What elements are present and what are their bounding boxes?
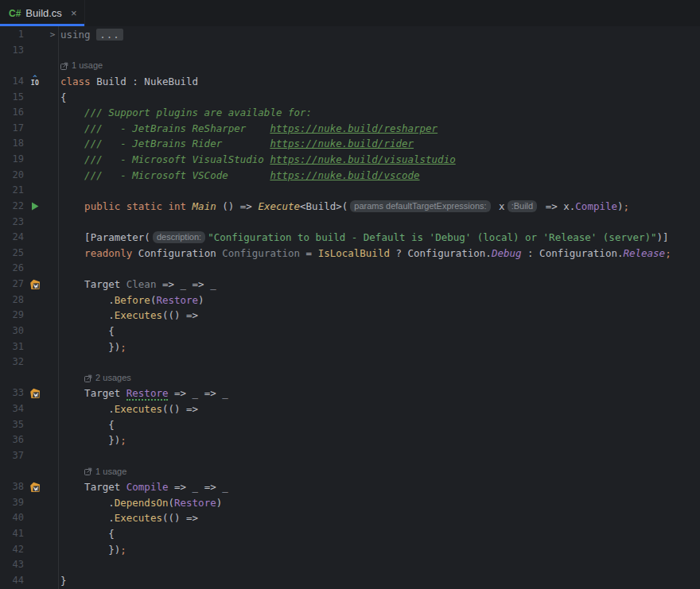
code-line[interactable]: 40 .Executes(() => bbox=[0, 510, 700, 526]
line-number[interactable]: 24 bbox=[0, 230, 24, 246]
code-line[interactable]: 26 bbox=[0, 261, 700, 277]
line-number[interactable]: 21 bbox=[0, 183, 24, 199]
io-gutter-icon[interactable]: ^IO bbox=[24, 74, 46, 90]
code-line[interactable]: 41 { bbox=[0, 526, 700, 542]
inlay-hint[interactable]: params defaultTargetExpressions: bbox=[350, 200, 490, 212]
code-line[interactable]: 15{ bbox=[0, 90, 700, 106]
code-line[interactable]: 19 /// - Microsoft VisualStudio https://… bbox=[0, 152, 700, 168]
fold-slot bbox=[46, 308, 59, 324]
code-line[interactable]: 35 { bbox=[0, 417, 700, 433]
code-line[interactable]: 31 }); bbox=[0, 339, 700, 355]
fold-slot bbox=[46, 510, 59, 526]
line-number[interactable]: 15 bbox=[0, 90, 24, 106]
code-line[interactable]: 14^IOclass Build : NukeBuild bbox=[0, 74, 700, 90]
line-number[interactable]: 31 bbox=[0, 339, 24, 355]
line-number[interactable]: 32 bbox=[0, 355, 24, 370]
code-line[interactable]: 38 Target Compile => _ => _ bbox=[0, 479, 700, 495]
code-line[interactable]: 29 .Executes(() => bbox=[0, 308, 700, 324]
play-gutter-icon[interactable] bbox=[24, 199, 46, 215]
inlay-hint[interactable]: :Build bbox=[508, 200, 538, 212]
code-token: => _ => _ bbox=[168, 481, 228, 493]
code-line[interactable]: 30 { bbox=[0, 324, 700, 339]
code-line[interactable]: 44} bbox=[0, 573, 700, 589]
nuke-gutter-icon[interactable] bbox=[24, 386, 46, 401]
code-line[interactable]: 18 /// - JetBrains Rider https://nuke.bu… bbox=[0, 136, 700, 152]
code-content: Target Clean => _ => _ bbox=[60, 277, 700, 293]
line-number[interactable]: 37 bbox=[0, 448, 24, 464]
line-number[interactable]: 44 bbox=[0, 573, 24, 589]
usage-hint[interactable]: 1 usage bbox=[84, 464, 126, 480]
line-number[interactable]: 35 bbox=[0, 417, 24, 433]
line-number[interactable]: 1 bbox=[0, 27, 24, 43]
code-line[interactable]: 16 /// Support plugins are available for… bbox=[0, 105, 700, 121]
line-number[interactable]: 14 bbox=[0, 74, 24, 90]
code-line[interactable]: 28 .Before(Restore) bbox=[0, 293, 700, 308]
line-number[interactable]: 36 bbox=[0, 432, 24, 448]
line-number[interactable]: 13 bbox=[0, 43, 24, 59]
usage-hint[interactable]: 1 usage bbox=[60, 58, 103, 74]
line-number[interactable]: 30 bbox=[0, 324, 24, 339]
nuke-gutter-icon[interactable] bbox=[24, 277, 46, 293]
url-link[interactable]: https://nuke.build/visualstudio bbox=[270, 153, 455, 165]
code-line[interactable]: 43 bbox=[0, 557, 700, 573]
code-line[interactable]: 32 bbox=[0, 355, 700, 370]
line-number[interactable]: 39 bbox=[0, 495, 24, 511]
line-number[interactable]: 17 bbox=[0, 121, 24, 137]
code-line[interactable]: 21 bbox=[0, 183, 700, 199]
code-line[interactable]: 17 /// - JetBrains ReSharper https://nuk… bbox=[0, 121, 700, 137]
code-line[interactable]: 37 bbox=[0, 448, 700, 464]
usage-hint-line[interactable]: 2 usages bbox=[0, 370, 700, 386]
line-number[interactable]: 43 bbox=[0, 557, 24, 573]
line-number[interactable]: 26 bbox=[0, 261, 24, 277]
fold-slot bbox=[46, 526, 59, 542]
code-line[interactable]: 1>using ... bbox=[0, 27, 700, 43]
line-number[interactable]: 19 bbox=[0, 152, 24, 168]
url-link[interactable]: https://nuke.build/resharper bbox=[270, 122, 438, 134]
line-number[interactable]: 20 bbox=[0, 168, 24, 184]
code-line[interactable]: 33 Target Restore => _ => _ bbox=[0, 386, 700, 401]
nuke-gutter-icon[interactable] bbox=[24, 479, 46, 495]
line-number[interactable]: 38 bbox=[0, 479, 24, 495]
tab-build-cs[interactable]: C# Build.cs × bbox=[0, 0, 85, 26]
code-line[interactable]: 24 [Parameter(description:"Configuration… bbox=[0, 230, 700, 246]
code-line[interactable]: 22 public static int Main () => Execute<… bbox=[0, 199, 700, 215]
fold-slot bbox=[46, 246, 59, 262]
code-line[interactable]: 39 .DependsOn(Restore) bbox=[0, 495, 700, 511]
code-line[interactable]: 27 Target Clean => _ => _ bbox=[0, 277, 700, 293]
line-number[interactable]: 42 bbox=[0, 542, 24, 558]
usage-hint[interactable]: 2 usages bbox=[84, 370, 131, 386]
line-number[interactable]: 25 bbox=[0, 246, 24, 262]
code-line[interactable]: 20 /// - Microsoft VSCode https://nuke.b… bbox=[0, 168, 700, 184]
code-line[interactable]: 13 bbox=[0, 43, 700, 59]
code-line[interactable]: 42 }); bbox=[0, 542, 700, 558]
code-editor[interactable]: 1>using ...131 usage14^IOclass Build : N… bbox=[0, 26, 700, 589]
folded-code-placeholder[interactable]: ... bbox=[96, 29, 123, 41]
line-number[interactable]: 18 bbox=[0, 136, 24, 152]
target-ref-token: Restore bbox=[174, 497, 216, 509]
line-number[interactable]: 41 bbox=[0, 526, 24, 542]
line-number[interactable]: 23 bbox=[0, 215, 24, 231]
inlay-hint[interactable]: description: bbox=[153, 231, 205, 243]
fold-toggle-icon[interactable]: > bbox=[46, 27, 59, 43]
line-number[interactable]: 22 bbox=[0, 199, 24, 215]
line-number[interactable]: 33 bbox=[0, 386, 24, 401]
code-line[interactable]: 25 readonly Configuration Configuration … bbox=[0, 246, 700, 262]
code-line[interactable]: 36 }); bbox=[0, 432, 700, 448]
usage-hint-line[interactable]: 1 usage bbox=[0, 58, 700, 74]
line-number[interactable]: 40 bbox=[0, 510, 24, 526]
code-line[interactable]: 23 bbox=[0, 215, 700, 231]
url-link[interactable]: https://nuke.build/rider bbox=[270, 138, 414, 149]
line-number[interactable]: 16 bbox=[0, 105, 24, 121]
code-token: <Build>( bbox=[300, 200, 348, 212]
line-number[interactable]: 27 bbox=[0, 277, 24, 293]
url-link[interactable]: https://nuke.build/vscode bbox=[270, 169, 419, 181]
line-number[interactable]: 34 bbox=[0, 401, 24, 417]
usage-hint-line[interactable]: 1 usage bbox=[0, 464, 700, 480]
line-number[interactable]: 29 bbox=[0, 308, 24, 324]
gutter-icon-slot bbox=[24, 510, 46, 526]
gutter: 15 bbox=[0, 90, 60, 106]
code-line[interactable]: 34 .Executes(() => bbox=[0, 401, 700, 417]
tab-close-icon[interactable]: × bbox=[71, 7, 77, 19]
code-token: ) bbox=[617, 200, 624, 212]
line-number[interactable]: 28 bbox=[0, 293, 24, 308]
